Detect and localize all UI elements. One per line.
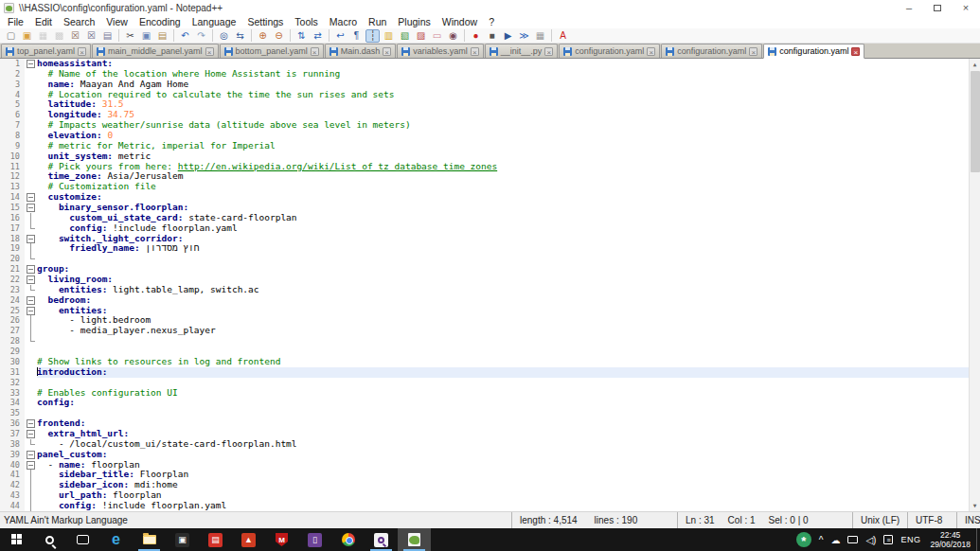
file-monitoring-button[interactable]: ◉ [446, 29, 460, 43]
zoom-out-button[interactable]: ⊖ [272, 29, 286, 43]
document-map-button[interactable]: ▨ [414, 29, 428, 43]
show-desktop-button[interactable] [976, 528, 980, 551]
editor-line[interactable]: 5 latitude: 31.5 [0, 99, 969, 110]
menu-item-macro[interactable]: Macro [324, 16, 363, 27]
code-text[interactable] [37, 408, 969, 418]
code-text[interactable]: # Show links to resources in log and fro… [37, 357, 969, 367]
tab-configuration-yaml[interactable]: configuration.yaml× [661, 44, 762, 58]
clipboard-panel-button[interactable]: ▭ [430, 29, 444, 43]
code-text[interactable]: # Impacts weather/sunrise data (altitude… [37, 120, 969, 131]
editor-line[interactable]: 24 bedroom: [0, 295, 969, 306]
code-text[interactable]: entities: light.table_lamp, switch.ac [37, 285, 969, 295]
code-text[interactable]: config: [37, 398, 969, 408]
close-file-button[interactable]: ☒ [68, 29, 82, 43]
save-button[interactable]: ▦ [36, 29, 50, 43]
code-text[interactable]: config: !include floorplan.yaml [37, 501, 969, 511]
editor-line[interactable]: 21group: [0, 264, 969, 275]
editor-line[interactable]: 20 [0, 254, 969, 264]
restore-button[interactable] [923, 0, 952, 15]
menu-item-[interactable]: ? [483, 16, 500, 27]
editor-line[interactable]: 23 entities: light.table_lamp, switch.ac [0, 285, 969, 295]
tab-main-dash[interactable]: Main.dash× [325, 44, 397, 58]
scroll-up-arrow[interactable]: ▲ [970, 59, 980, 70]
editor-line[interactable]: 38 - /local/custom_ui/state-card-floorpl… [0, 439, 969, 450]
tab-bottom-panel-yaml[interactable]: bottom_panel.yaml× [220, 44, 324, 58]
editor-line[interactable]: 36frontend: [0, 418, 969, 429]
menu-item-encoding[interactable]: Encoding [134, 16, 187, 27]
show-all-characters-button[interactable]: ¶ [349, 29, 364, 43]
code-text[interactable]: introduction: [37, 367, 969, 378]
replace-button[interactable]: ⇆ [233, 29, 247, 43]
mcafee-app[interactable]: M [265, 528, 298, 551]
code-text[interactable]: entities: [37, 306, 969, 316]
menu-item-file[interactable]: File [2, 16, 29, 27]
task-view-button[interactable] [66, 528, 99, 551]
editor-line[interactable]: 4 # Location required to calculate the t… [0, 90, 969, 100]
close-tab-icon[interactable]: × [851, 47, 860, 56]
search-tool-app[interactable] [365, 528, 398, 551]
zoom-in-button[interactable]: ⊕ [256, 29, 270, 43]
scroll-down-arrow[interactable]: ▼ [970, 500, 980, 511]
scrollbar-thumb[interactable] [971, 71, 980, 172]
fold-toggle-icon[interactable] [25, 306, 37, 316]
editor-line[interactable]: 31introduction: [0, 367, 969, 378]
file-explorer-app[interactable] [133, 528, 166, 551]
tab--init-py[interactable]: __init__.py× [485, 44, 559, 58]
editor-line[interactable]: 44 config: !include floorplan.yaml [0, 501, 969, 511]
store-app[interactable]: ▣ [166, 528, 199, 551]
minimize-button[interactable]: – [895, 0, 923, 15]
vertical-scrollbar[interactable]: ▲ ▼ [969, 59, 980, 511]
code-text[interactable] [37, 336, 969, 347]
print-button[interactable]: ▤ [100, 29, 115, 43]
chrome-app[interactable] [331, 528, 365, 551]
copy-button[interactable]: ▣ [139, 29, 153, 43]
menu-item-edit[interactable]: Edit [29, 16, 58, 27]
clock[interactable]: 22:45 29/06/2018 [924, 530, 976, 549]
volume-icon[interactable]: ◁) [862, 528, 880, 551]
start-button[interactable] [0, 528, 33, 551]
save-all-button[interactable]: ▩ [52, 29, 66, 43]
editor-line[interactable]: 28 [0, 336, 969, 347]
code-text[interactable]: sidebar_icon: mdi:home [37, 480, 969, 490]
pdf-reader-app[interactable]: ▲ [232, 528, 265, 551]
status-insert-mode[interactable]: INS [956, 512, 980, 528]
editor-line[interactable]: 27 - media_player.nexus_player [0, 326, 969, 336]
editor-line[interactable]: 35 [0, 408, 969, 418]
macro-save-button[interactable]: ▦ [533, 29, 547, 43]
menu-item-search[interactable]: Search [58, 16, 100, 27]
fold-toggle-icon[interactable] [25, 59, 37, 69]
menu-item-plugins[interactable]: Plugins [392, 16, 436, 27]
undo-button[interactable]: ↶ [178, 29, 192, 43]
close-tab-icon[interactable]: × [647, 47, 655, 56]
menu-item-settings[interactable]: Settings [241, 16, 289, 27]
redo-button[interactable]: ↷ [194, 29, 208, 43]
close-tab-icon[interactable]: × [383, 47, 391, 56]
code-text[interactable]: - /local/custom_ui/state-card-floorplan.… [37, 439, 969, 450]
code-text[interactable] [37, 254, 969, 264]
word-wrap-button[interactable]: ↩ [333, 29, 347, 43]
close-tab-icon[interactable]: × [544, 47, 553, 56]
close-tab-icon[interactable]: × [749, 47, 757, 56]
menu-item-language[interactable]: Language [187, 16, 242, 27]
new-file-button[interactable]: ▢ [4, 29, 18, 43]
macro-record-button[interactable]: ● [469, 29, 483, 43]
close-tab-icon[interactable]: × [471, 47, 479, 56]
editor-line[interactable]: 33# Enables configuration UI [0, 388, 969, 399]
action-center-icon[interactable]: ≡ [880, 528, 897, 551]
open-file-button[interactable]: ▣ [20, 29, 34, 43]
show-indent-guide-button[interactable]: ┆ [365, 29, 380, 43]
code-text[interactable]: frontend: [37, 418, 969, 429]
user-defined-dialog-button[interactable]: ▥ [382, 29, 396, 43]
fold-toggle-icon[interactable] [25, 275, 37, 285]
menu-item-tools[interactable]: Tools [289, 16, 324, 27]
spell-check-button[interactable]: A [556, 29, 570, 43]
red-book-app[interactable]: ▤ [199, 528, 232, 551]
menu-item-window[interactable]: Window [437, 16, 483, 27]
code-text[interactable]: latitude: 31.5 [37, 99, 969, 110]
editor-line[interactable]: 39panel_custom: [0, 450, 969, 460]
editor-line[interactable]: 30# Show links to resources in log and f… [0, 357, 969, 367]
tab-configuration-yaml[interactable]: configuration.yaml× [763, 44, 864, 59]
search-button[interactable] [33, 528, 66, 551]
close-tab-icon[interactable]: × [311, 47, 319, 56]
display-icon[interactable] [844, 528, 862, 551]
